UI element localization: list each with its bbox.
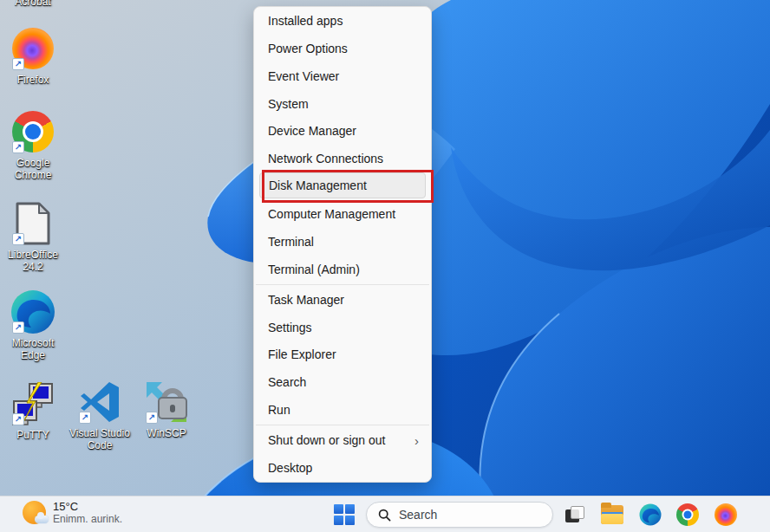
menu-item-system[interactable]: System — [254, 90, 431, 118]
desktop-icon-google-chrome[interactable]: ↗ Google Chrome — [0, 109, 66, 181]
desktop-icon-label: Google Chrome — [0, 157, 66, 181]
file-explorer-button[interactable] — [601, 503, 623, 526]
task-view-button[interactable] — [564, 503, 586, 526]
weather-condition: Enimm. aurink. — [53, 513, 122, 525]
chevron-right-icon: › — [414, 433, 419, 448]
start-button[interactable] — [334, 504, 355, 525]
menu-item-terminal[interactable]: Terminal — [254, 228, 431, 256]
windows-logo-icon — [345, 504, 355, 514]
edge-icon — [639, 503, 662, 526]
desktop-icon-libreoffice[interactable]: ↗ LibreOffice 24.2 — [0, 201, 66, 273]
menu-item-device-manager[interactable]: Device Manager — [254, 118, 431, 146]
menu-item-computer-management[interactable]: Computer Management — [254, 200, 431, 228]
menu-item-settings[interactable]: Settings — [254, 314, 431, 341]
taskbar-search-box[interactable]: Search — [366, 502, 553, 528]
desktop-icon-microsoft-edge[interactable]: ↗ Microsoft Edge — [0, 289, 66, 361]
search-placeholder: Search — [399, 508, 437, 522]
menu-item-file-explorer[interactable]: File Explorer — [254, 341, 431, 369]
windows-logo-icon — [334, 504, 343, 514]
desktop-icon-acrobat[interactable]: Acrobat — [0, 0, 66, 8]
windows-logo-icon — [345, 516, 355, 525]
menu-item-installed-apps[interactable]: Installed apps — [254, 7, 431, 35]
weather-temperature: 15°C — [53, 500, 122, 513]
winx-quick-access-menu: Installed apps Power Options Event Viewe… — [253, 6, 432, 483]
desktop-icon-label: Visual Studio Code — [67, 427, 133, 451]
menu-item-run[interactable]: Run — [254, 396, 431, 424]
taskbar: 15°C Enimm. aurink. Search — [0, 496, 770, 532]
menu-item-task-manager[interactable]: Task Manager — [254, 286, 431, 314]
shortcut-arrow-icon: ↗ — [79, 412, 91, 424]
weather-widget[interactable]: 15°C Enimm. aurink. — [23, 500, 122, 525]
menu-item-network-connections[interactable]: Network Connections — [254, 145, 431, 172]
menu-item-terminal-admin[interactable]: Terminal (Admin) — [254, 256, 431, 283]
menu-item-event-viewer[interactable]: Event Viewer — [254, 62, 431, 90]
menu-item-label: Disk Management — [269, 178, 367, 192]
task-view-icon — [564, 504, 586, 525]
desktop-icon-visual-studio-code[interactable]: ↗ Visual Studio Code — [67, 380, 133, 451]
menu-separator — [256, 284, 429, 285]
shortcut-arrow-icon: ↗ — [12, 413, 24, 425]
shortcut-arrow-icon: ↗ — [12, 141, 24, 153]
edge-taskbar-button[interactable] — [639, 503, 662, 526]
folder-icon — [601, 505, 623, 524]
search-icon — [378, 509, 391, 522]
shortcut-arrow-icon: ↗ — [12, 233, 24, 245]
desktop-icon-label: Acrobat — [0, 0, 66, 8]
shortcut-arrow-icon: ↗ — [12, 58, 24, 70]
chrome-taskbar-button[interactable] — [676, 503, 699, 526]
firefox-taskbar-button[interactable] — [715, 503, 737, 526]
menu-item-disk-management[interactable]: Disk Management — [259, 172, 426, 198]
desktop-icon-firefox[interactable]: ↗ Firefox — [0, 26, 66, 86]
desktop-icon-label: LibreOffice 24.2 — [0, 249, 66, 273]
desktop-icon-label: PuTTY — [0, 429, 66, 441]
desktop-icon-label: Microsoft Edge — [0, 337, 66, 361]
menu-item-shut-down-or-sign-out[interactable]: Shut down or sign out › — [254, 426, 431, 454]
menu-item-search[interactable]: Search — [254, 368, 431, 396]
desktop-icon-label: WinSCP — [134, 427, 199, 439]
shortcut-arrow-icon: ↗ — [12, 321, 24, 334]
desktop-icon-putty[interactable]: ↗ PuTTY — [0, 381, 66, 441]
menu-item-label: Shut down or sign out — [268, 433, 385, 447]
firefox-icon — [715, 503, 737, 526]
windows-logo-icon — [334, 516, 343, 525]
shortcut-arrow-icon: ↗ — [146, 412, 158, 424]
menu-separator — [256, 425, 429, 425]
desktop-icon-winscp[interactable]: ↗ WinSCP — [134, 380, 199, 439]
chrome-icon — [676, 503, 699, 526]
desktop-icon-label: Firefox — [0, 74, 66, 86]
partly-sunny-icon — [23, 501, 46, 524]
menu-item-power-options[interactable]: Power Options — [254, 35, 431, 62]
menu-item-desktop[interactable]: Desktop — [254, 454, 431, 482]
